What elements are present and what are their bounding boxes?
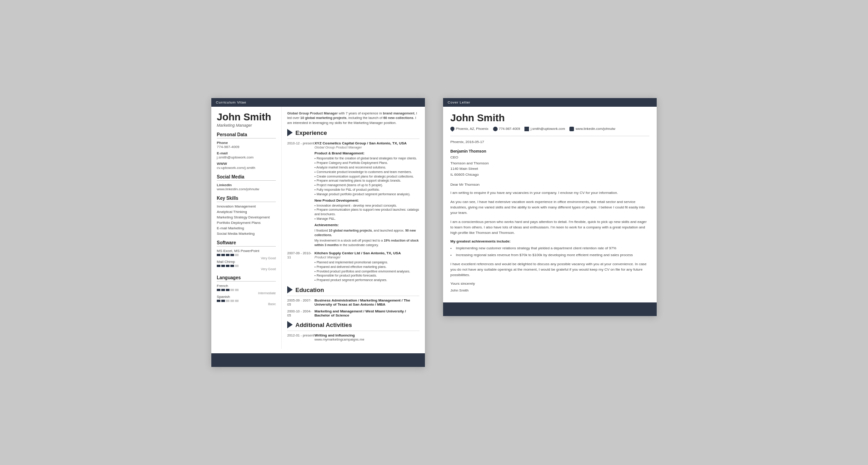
education-arrow-icon	[287, 286, 293, 293]
exp-1-date: 2010-12 - present	[287, 141, 314, 247]
skill-1: Innovation Management	[217, 204, 276, 208]
cl-phone: 774-987-4009	[493, 127, 520, 131]
exp-1-achieve-1: I finalized 10 global marketing projects…	[314, 228, 419, 237]
cv-sidebar: John Smith Marketing Manager Personal Da…	[211, 107, 282, 349]
experience-section-header: Experience	[287, 129, 419, 136]
cl-email-text: j.smith@uptowork.com	[530, 127, 565, 131]
linkedin-icon	[569, 127, 574, 131]
location-icon	[449, 126, 455, 132]
dot	[217, 265, 220, 267]
lang-1: French	[217, 284, 276, 288]
exp-1-sub1-title: Product & Brand Management:	[314, 151, 419, 155]
cl-body: John Smith Phoenix, AZ, Phoenix 774-987-…	[443, 107, 657, 298]
cv-footer	[211, 353, 425, 367]
exp-1-sub2-title: New Product Development:	[314, 198, 419, 203]
exp-entry-1: 2010-12 - present XYZ Cosmetics Capital …	[287, 141, 419, 247]
additional-title: Additional Activities	[295, 322, 352, 328]
exp-1-bullet-4: • Communicate product knowledge to custo…	[314, 170, 419, 174]
recipient-city: IL 60605 Chicago	[450, 172, 649, 178]
software-2-rating	[217, 265, 276, 267]
cv-job-title: Marketing Manager	[217, 123, 276, 128]
edu-1-content: Business Administration / Marketing Mana…	[314, 298, 419, 307]
email-value: j.smith@uptowork.com	[217, 155, 276, 159]
skill-4: Portfolio Deployment Plans	[217, 221, 276, 225]
recipient-address: 1140 Main Street	[450, 166, 649, 172]
recipient-title: CEO	[450, 155, 649, 161]
edu-entry-1: 2005-09 - 2007-05 Business Administratio…	[287, 298, 419, 307]
phone-icon	[493, 127, 498, 131]
cl-para-2: As you can see, I have had extensive vac…	[450, 199, 649, 216]
cl-achievement-2: Increasing regional sales revenue from $…	[450, 252, 649, 258]
additional-arrow-icon	[287, 321, 293, 328]
www-label: WWW	[217, 162, 276, 166]
cl-linkedin: www.linkedin.com/johnutw	[569, 127, 615, 131]
cl-location: Phoenix, AZ, Phoenix	[450, 127, 489, 131]
exp-1-bullet-5: • Create communication support plans for…	[314, 174, 419, 179]
skill-5: E-mail Marketing	[217, 226, 276, 230]
cl-signature: John Smith	[450, 288, 649, 292]
dot	[221, 254, 225, 256]
cl-contact-info: Phoenix, AZ, Phoenix 774-987-4009 j.smit…	[450, 127, 649, 131]
cv-header-bar: Curriculum Vitae	[211, 98, 425, 107]
exp-2-bullet-5: • Prepared product segment performance a…	[314, 278, 419, 282]
phone-value: 774-987-4009	[217, 145, 276, 149]
exp-2-content: Kitchen Supply Center Ltd / San Antonio,…	[314, 251, 419, 282]
cl-valediction-text: Yours sincerely	[450, 282, 649, 286]
exp-1-bullet-9: • Manage product portfolio (product segm…	[314, 192, 419, 197]
phone-label: Phone	[217, 141, 276, 145]
cl-closing-para: I have excellent references and would be…	[450, 262, 649, 278]
cl-valediction: Yours sincerely John Smith	[450, 282, 649, 292]
cl-para-1: I am writing to enquire if you have any …	[450, 190, 649, 196]
recipient-company: Thomson and Thomson	[450, 161, 649, 167]
key-skills-title: Key Skills	[217, 196, 276, 202]
personal-data-title: Personal Data	[217, 132, 276, 139]
linkedin-value: www.linkedin.com/johnutw	[217, 187, 276, 191]
software-1-label: Very Good	[217, 257, 276, 260]
cl-divider	[450, 136, 649, 136]
software-1-rating	[217, 254, 276, 256]
dot-empty	[226, 300, 229, 302]
email-icon	[524, 127, 529, 131]
dot	[217, 289, 220, 291]
dot	[221, 300, 225, 302]
cl-linkedin-text: www.linkedin.com/johnutw	[575, 127, 615, 131]
activity-entry-1: 2012-01 - present Writing and Influencin…	[287, 333, 419, 341]
activity-1-content: Writing and Influencing www.mymarketingc…	[314, 333, 419, 341]
dot	[217, 300, 220, 302]
software-title: Software	[217, 240, 276, 247]
languages-title: Languages	[217, 275, 276, 282]
exp-1-company: XYZ Cosmetics Capital Group / San Antoni…	[314, 141, 419, 145]
cl-location-text: Phoenix, AZ, Phoenix	[456, 127, 489, 131]
lang-1-rating	[217, 289, 276, 291]
exp-1-sub3-title: Achievements:	[314, 223, 419, 227]
education-section-header: Education	[287, 286, 419, 293]
exp-1-bullet-1: • Responsible for the creation of global…	[314, 156, 419, 161]
exp-2-company: Kitchen Supply Center Ltd / San Antonio,…	[314, 251, 419, 255]
documents-wrapper: Curriculum Vitae John Smith Marketing Ma…	[211, 84, 657, 381]
cl-salutation: Dear Mr Thomson	[450, 183, 649, 187]
social-media-title: Social Media	[217, 174, 276, 181]
cl-footer	[443, 302, 657, 316]
exp-1-bullet-6: • Prepare annual marketing plans to supp…	[314, 178, 419, 183]
exp-2-bullet-1: • Planned and implemented promotional ca…	[314, 260, 419, 265]
lang-2-label: Basic	[217, 302, 276, 306]
edu-1-date: 2005-09 - 2007-05	[287, 298, 314, 307]
cl-name: John Smith	[450, 112, 649, 124]
activity-1-date: 2012-01 - present	[287, 333, 314, 341]
dot	[230, 265, 234, 267]
dot-empty	[235, 265, 239, 267]
activity-1-title: Writing and Influencing	[314, 333, 419, 337]
experience-arrow-icon	[287, 129, 293, 136]
cl-date: Phoenix, 2016-05-17	[450, 140, 649, 144]
exp-2-bullet-4: • Responsible for product portfolio fore…	[314, 273, 419, 278]
cl-phone-text: 774-987-4009	[499, 127, 520, 131]
edu-2-date: 2000-10 - 2004-05	[287, 309, 314, 317]
dot	[226, 289, 229, 291]
lang-1-label: Intermediate	[217, 292, 276, 295]
cl-para-3: I am a conscientious person who works ha…	[450, 219, 649, 236]
exp-1-bullet-3: • Analyze market trends and recommend so…	[314, 165, 419, 170]
dot	[226, 265, 229, 267]
edu-2-degree: Marketing and Management / West Miami Un…	[314, 309, 419, 317]
software-1-name: MS Excel, MS PowerPoint	[217, 249, 276, 253]
activity-1-detail: www.mymarketingcampaigns.me	[314, 337, 419, 341]
